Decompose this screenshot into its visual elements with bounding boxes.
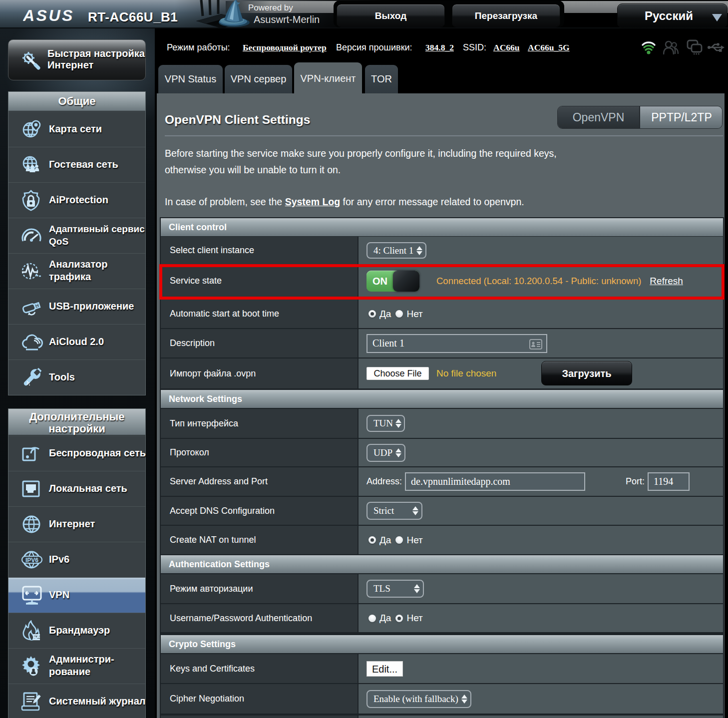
svg-text:IPV6: IPV6: [25, 557, 38, 564]
svg-text:ASUS: ASUS: [23, 8, 74, 23]
